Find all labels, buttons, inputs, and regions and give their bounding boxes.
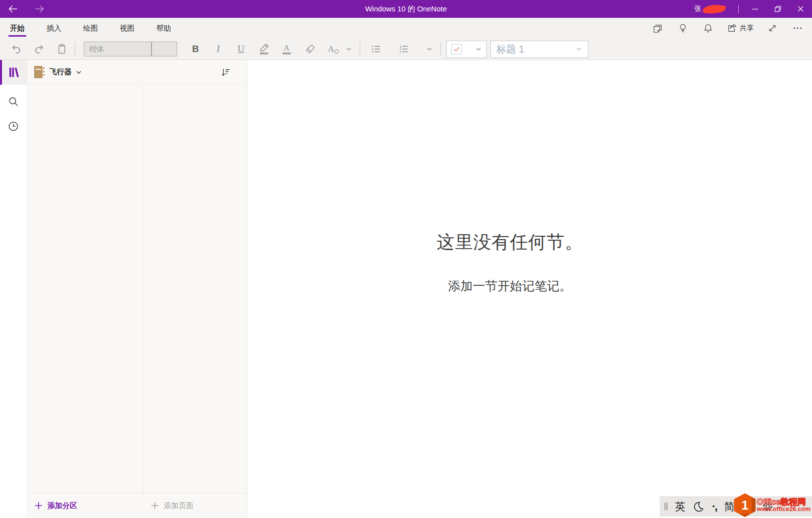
watermark-site-name: Office教程网 <box>757 498 811 507</box>
share-label: 共享 <box>740 24 754 33</box>
toolbar-divider-2 <box>360 42 360 56</box>
tab-view[interactable]: 视图 <box>119 19 136 38</box>
ellipsis-icon <box>792 23 803 34</box>
bullet-list-icon <box>370 43 382 55</box>
formatting-toolbar: 楷体 B I U A A <box>0 39 812 60</box>
tab-home-label: 开始 <box>10 24 25 32</box>
plus-icon <box>34 501 43 510</box>
arrow-left-icon <box>7 3 18 14</box>
notebook-dropdown[interactable]: 飞行器 <box>34 66 82 78</box>
tell-me-button[interactable] <box>673 20 692 37</box>
ime-charset-mode-button[interactable]: 简 <box>724 500 734 514</box>
undo-button[interactable] <box>8 41 25 57</box>
format-painter-icon <box>304 43 316 55</box>
tab-view-label: 视图 <box>120 24 135 32</box>
sort-pages-button[interactable] <box>220 67 231 78</box>
font-name-select[interactable]: 楷体 <box>84 42 151 56</box>
titlebar: Windows 10 的 OneNote 张 <box>0 0 812 18</box>
user-name-redaction <box>703 4 726 13</box>
ribbon-tabs: 开始 插入 绘图 视图 帮助 <box>0 19 172 38</box>
sort-icon <box>220 67 231 78</box>
style-dropdown[interactable]: 标题 1 <box>490 41 588 58</box>
toolbar-divider-3 <box>440 42 441 56</box>
paste-button[interactable] <box>53 41 70 57</box>
account-button[interactable]: 张 <box>694 4 725 13</box>
plus-icon <box>150 501 159 510</box>
tab-draw-label: 绘图 <box>83 24 98 32</box>
highlight-color-swatch <box>260 52 268 54</box>
ribbon-tab-bar: 开始 插入 绘图 视图 帮助 共享 <box>0 18 812 39</box>
clear-formatting-button[interactable]: A <box>323 41 339 57</box>
share-icon <box>727 23 738 34</box>
tab-draw[interactable]: 绘图 <box>82 19 99 38</box>
pages-list[interactable] <box>143 85 247 493</box>
numbered-list-icon: 123 <box>398 43 410 55</box>
moon-icon[interactable] <box>693 501 705 513</box>
style-selected-value: 标题 1 <box>496 43 525 56</box>
list-more-button[interactable] <box>423 41 436 57</box>
ime-drag-handle[interactable] <box>665 503 668 510</box>
bold-label: B <box>192 44 199 54</box>
page-canvas[interactable]: 这里没有任何节。 添加一节开始记笔记。 <box>247 60 812 518</box>
chevron-down-icon <box>426 46 433 52</box>
eraser-icon <box>334 49 339 54</box>
add-section-button[interactable]: 添加分区 <box>27 493 143 518</box>
empty-state-title: 这里没有任何节。 <box>247 230 772 255</box>
format-painter-button[interactable] <box>302 41 319 57</box>
empty-state: 这里没有任何节。 添加一节开始记笔记。 <box>247 230 772 294</box>
sections-list[interactable] <box>27 85 143 493</box>
share-button[interactable]: 共享 <box>724 20 757 37</box>
tab-help[interactable]: 帮助 <box>155 19 172 38</box>
highlighter-icon <box>258 44 269 52</box>
lightbulb-icon <box>677 23 688 34</box>
minimize-button[interactable] <box>744 0 766 18</box>
bullet-list-button[interactable] <box>368 41 384 57</box>
back-button[interactable] <box>6 2 19 15</box>
sticky-notes-button[interactable] <box>648 20 667 37</box>
more-options-button[interactable] <box>788 20 807 37</box>
search-button[interactable] <box>0 89 27 114</box>
tab-insert-label: 插入 <box>47 24 61 32</box>
font-color-label: A <box>284 44 289 52</box>
tag-dropdown[interactable] <box>446 41 487 58</box>
redo-button[interactable] <box>31 41 48 57</box>
resize-diagonal-icon <box>767 23 778 34</box>
add-page-label: 添加页面 <box>164 501 193 511</box>
watermark: 1 Office教程网 www.office26.com <box>734 493 811 517</box>
italic-button[interactable]: I <box>210 41 227 57</box>
font-more-button[interactable] <box>342 41 355 57</box>
check-icon <box>453 45 461 53</box>
fullscreen-button[interactable] <box>763 20 782 37</box>
italic-label: I <box>217 44 220 54</box>
left-rail <box>0 60 27 518</box>
clear-format-label: A <box>328 44 334 53</box>
numbered-list-button[interactable]: 123 <box>395 41 412 57</box>
font-size-select[interactable] <box>151 42 177 56</box>
restore-button[interactable] <box>766 0 789 18</box>
tab-insert[interactable]: 插入 <box>46 19 62 38</box>
chevron-down-icon <box>575 46 582 52</box>
close-icon <box>797 5 804 12</box>
add-page-button[interactable]: 添加页面 <box>143 493 247 518</box>
tab-help-label: 帮助 <box>156 24 171 32</box>
recent-notes-button[interactable] <box>0 114 27 139</box>
forward-button[interactable] <box>33 2 46 15</box>
underline-button[interactable]: U <box>233 41 249 57</box>
empty-state-hint: 添加一节开始记笔记。 <box>247 278 772 294</box>
notebooks-nav-button[interactable] <box>0 60 27 85</box>
svg-text:3: 3 <box>400 50 402 53</box>
search-icon <box>7 95 20 108</box>
highlight-button[interactable] <box>255 41 272 57</box>
tab-home[interactable]: 开始 <box>9 19 26 38</box>
bold-button[interactable]: B <box>187 41 204 57</box>
chevron-down-icon <box>475 46 482 52</box>
titlebar-divider <box>738 5 739 13</box>
library-icon <box>7 66 20 79</box>
close-button[interactable] <box>789 0 812 18</box>
minimize-icon <box>752 5 759 12</box>
ime-language-mode-button[interactable]: 英 <box>675 500 685 514</box>
font-color-button[interactable]: A <box>278 41 295 57</box>
notifications-button[interactable] <box>699 20 717 37</box>
ime-punctuation-button[interactable]: ·, <box>712 500 716 513</box>
toolbar-divider-1 <box>75 42 75 56</box>
